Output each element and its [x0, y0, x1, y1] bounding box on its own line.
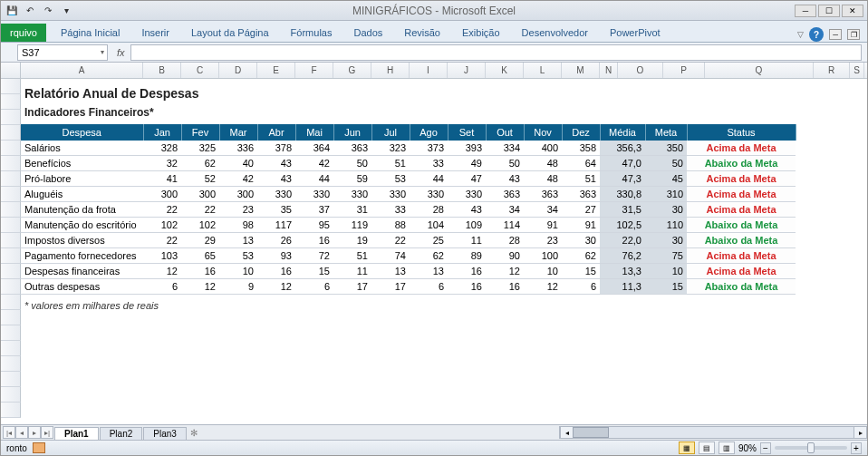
view-pagebreak-icon[interactable]: ▥: [719, 441, 735, 454]
column-header[interactable]: D: [219, 63, 257, 78]
tab-revisão[interactable]: Revisão: [393, 24, 451, 42]
maximize-button[interactable]: ☐: [818, 5, 840, 17]
column-header[interactable]: G: [333, 63, 371, 78]
undo-icon[interactable]: ↶: [23, 4, 37, 18]
window-restore-icon[interactable]: ❐: [847, 29, 860, 40]
tab-nav-first-icon[interactable]: |◂: [3, 426, 15, 439]
column-header[interactable]: J: [448, 63, 486, 78]
row-header[interactable]: [1, 187, 21, 202]
horizontal-scrollbar[interactable]: ◂ ▸: [559, 426, 867, 439]
cell-value: 6: [410, 279, 448, 295]
cells-area[interactable]: Relatório Anual de Despesas Indicadores …: [21, 79, 867, 311]
row-header[interactable]: [1, 341, 21, 356]
cell-value: 98: [219, 218, 257, 233]
row-header[interactable]: [1, 202, 21, 218]
ribbon-minimize-icon[interactable]: ▽: [797, 30, 804, 39]
column-header[interactable]: F: [295, 63, 333, 78]
row-header[interactable]: [1, 171, 21, 187]
tab-powerpivot[interactable]: PowerPivot: [599, 24, 671, 42]
cell-value: 22: [371, 233, 410, 248]
row-header[interactable]: [1, 295, 21, 310]
cell-value: 330: [448, 187, 486, 202]
save-icon[interactable]: 💾: [5, 4, 19, 18]
row-header[interactable]: [1, 233, 21, 248]
tab-dados[interactable]: Dados: [342, 24, 393, 42]
scroll-thumb[interactable]: [573, 427, 609, 438]
zoom-slider-thumb[interactable]: [807, 442, 815, 453]
row-header[interactable]: [1, 156, 21, 171]
column-header[interactable]: L: [524, 63, 562, 78]
row-header[interactable]: [1, 325, 21, 341]
column-header[interactable]: P: [663, 63, 705, 78]
row-header[interactable]: [1, 310, 21, 325]
sheet-tab[interactable]: Plan1: [54, 427, 99, 440]
cell-meta: 15: [645, 279, 687, 295]
cell-value: 11: [333, 264, 371, 279]
tab-layout-da-página[interactable]: Layout da Página: [180, 24, 280, 42]
cell-value: 17: [371, 279, 410, 295]
close-button[interactable]: ✕: [842, 5, 863, 17]
column-header[interactable]: H: [371, 63, 410, 78]
row-header[interactable]: [1, 110, 21, 125]
tab-desenvolvedor[interactable]: Desenvolvedor: [511, 24, 599, 42]
zoom-slider[interactable]: [775, 446, 847, 450]
column-header[interactable]: B: [143, 63, 181, 78]
cell-value: 102: [143, 218, 181, 233]
tab-nav-last-icon[interactable]: ▸|: [41, 426, 53, 439]
row-header[interactable]: [1, 248, 21, 264]
column-header[interactable]: O: [618, 63, 663, 78]
name-box[interactable]: S37: [17, 44, 108, 61]
select-all-corner[interactable]: [1, 63, 21, 79]
column-header[interactable]: A: [21, 63, 143, 78]
column-header[interactable]: S: [850, 63, 864, 78]
cell-value: 33: [371, 202, 410, 218]
worksheet[interactable]: ABCDEFGHIJKLMNOPQRS Relatório Anual de D…: [1, 63, 867, 424]
scroll-right-icon[interactable]: ▸: [854, 427, 866, 438]
row-header[interactable]: [1, 372, 21, 387]
minimize-button[interactable]: ─: [795, 5, 816, 17]
scroll-left-icon[interactable]: ◂: [560, 427, 573, 438]
new-sheet-icon[interactable]: ✻: [190, 428, 198, 438]
row-header[interactable]: [1, 279, 21, 295]
tab-fórmulas[interactable]: Fórmulas: [280, 24, 343, 42]
macro-record-icon[interactable]: [33, 442, 45, 453]
column-header[interactable]: M: [562, 63, 600, 78]
sheet-tab[interactable]: Plan2: [100, 427, 143, 440]
column-header[interactable]: I: [410, 63, 448, 78]
tab-file[interactable]: rquivo: [1, 24, 46, 42]
row-header[interactable]: [1, 94, 21, 110]
column-header[interactable]: C: [181, 63, 219, 78]
row-header[interactable]: [1, 141, 21, 156]
row-header[interactable]: [1, 387, 21, 403]
window-min-icon[interactable]: ─: [829, 29, 842, 40]
cell-value: 62: [181, 156, 219, 171]
view-normal-icon[interactable]: ▦: [679, 441, 695, 454]
zoom-out-button[interactable]: −: [760, 442, 771, 454]
cell-meta: 10: [645, 264, 687, 279]
row-label: Impostos diversos: [21, 233, 143, 248]
tab-inserir[interactable]: Inserir: [130, 24, 180, 42]
row-header[interactable]: [1, 403, 21, 418]
tab-exibição[interactable]: Exibição: [451, 24, 511, 42]
column-header[interactable]: N: [600, 63, 618, 78]
tab-nav-prev-icon[interactable]: ◂: [15, 426, 28, 439]
row-header[interactable]: [1, 218, 21, 233]
row-header[interactable]: [1, 356, 21, 372]
tab-página-inicial[interactable]: Página Inicial: [50, 24, 130, 42]
column-header[interactable]: E: [257, 63, 295, 78]
sheet-tab[interactable]: Plan3: [143, 427, 187, 440]
formula-input[interactable]: [130, 44, 862, 61]
help-icon[interactable]: ?: [809, 27, 824, 42]
redo-icon[interactable]: ↷: [41, 4, 55, 18]
row-header[interactable]: [1, 125, 21, 141]
tab-nav-next-icon[interactable]: ▸: [28, 426, 41, 439]
zoom-in-button[interactable]: +: [851, 442, 862, 454]
row-header[interactable]: [1, 264, 21, 279]
view-layout-icon[interactable]: ▤: [699, 441, 715, 454]
column-header[interactable]: R: [814, 63, 850, 78]
fx-icon[interactable]: fx: [117, 47, 125, 58]
row-header[interactable]: [1, 79, 21, 94]
column-header[interactable]: Q: [705, 63, 814, 78]
column-header[interactable]: K: [486, 63, 524, 78]
qat-dropdown-icon[interactable]: ▾: [59, 4, 73, 18]
